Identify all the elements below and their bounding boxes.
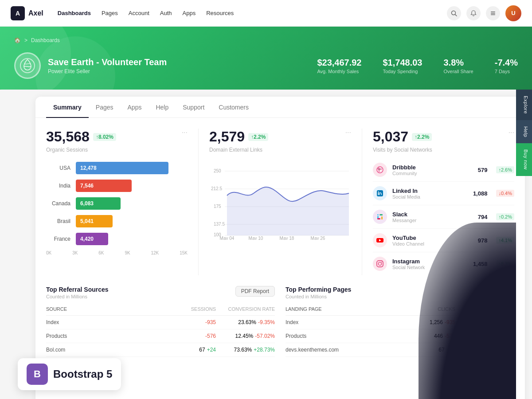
svg-text:137.5: 137.5 [214, 222, 225, 227]
hero-logo-icon [20, 58, 35, 74]
instagram-count: 1,458 [473, 261, 488, 267]
table-row: Products 446 -576 1.45 0.32 [286, 329, 514, 343]
tab-summary[interactable]: Summary [46, 97, 89, 118]
svg-point-35 [381, 262, 382, 262]
bar-axis: 0K 3K 6K 9K 12K 15K [46, 250, 188, 255]
main-card: Summary Pages Apps Help Support Customer… [35, 97, 525, 399]
linkedin-icon [373, 186, 387, 200]
bar-inner-brasil: 5,041 [76, 215, 113, 227]
brand[interactable]: A Axel [11, 6, 43, 20]
explore-button[interactable]: Explore [516, 90, 532, 120]
svg-rect-25 [377, 214, 379, 215]
youtube-icon [373, 233, 387, 247]
menu-icon [490, 10, 496, 16]
bar-outer-france: 4,420 [76, 233, 188, 245]
table-row: Products -576 12.45% -57.02% [46, 329, 275, 343]
bar-country-canada: Canada [46, 200, 70, 207]
bar-country-france: France [46, 236, 70, 242]
nav-links: Dashboards Pages Account Auth Apps Resou… [58, 10, 447, 16]
slack-icon [373, 210, 387, 224]
nav-pages[interactable]: Pages [102, 10, 118, 16]
svg-rect-2 [491, 12, 495, 12]
bar-row-india: India 7,546 [46, 180, 188, 192]
performing-section: Top Performing Pages Counted in Millions… [286, 286, 514, 357]
nav-auth[interactable]: Auth [160, 10, 172, 16]
social-item-dribbble: Dribbble Community 579 ↑2.6% [373, 158, 514, 182]
metric-organic-sessions: 35,568 ↑8.02% ··· Organic Sessions USA [46, 129, 188, 275]
metric-badge-sessions: ↑8.02% [93, 133, 116, 141]
dashboard-body: 35,568 ↑8.02% ··· Organic Sessions USA [35, 118, 525, 368]
navbar: A Axel Dashboards Pages Account Auth App… [0, 0, 532, 27]
bar-row-brasil: Brasil 5,041 [46, 215, 188, 227]
metric-more-links[interactable]: ··· [345, 129, 351, 137]
performing-title: Top Performing Pages [286, 286, 351, 293]
hero-stat-7days: -7.4% 7 Days [495, 58, 518, 74]
help-sidebar-button[interactable]: Help [516, 120, 532, 144]
col-sessions: SESSIONS [160, 306, 216, 312]
referral-table-header: SOURCE SESSIONS CONVERSION RATE [46, 303, 275, 316]
breadcrumb-separator: > [24, 37, 27, 43]
performing-table-header: LANDING PAGE CLICKS AVG. POSITION [286, 303, 514, 316]
search-button[interactable] [447, 6, 461, 20]
bar-country-usa: USA [46, 165, 70, 171]
referral-title: Top Referral Sources [46, 286, 109, 293]
metric-more-sessions[interactable]: ··· [182, 129, 188, 137]
brand-icon: A [11, 6, 25, 20]
chart-area [227, 187, 349, 235]
nav-resources[interactable]: Resources [206, 10, 234, 16]
page-wrapper: A Axel Dashboards Pages Account Auth App… [0, 0, 532, 399]
bottom-tables: Top Referral Sources Counted in Millions… [46, 286, 514, 357]
bar-inner-france: 4,420 [76, 233, 108, 245]
nav-dashboards[interactable]: Dashboards [58, 10, 91, 16]
hero-stat-label: Avg. Monthly Sales [317, 69, 361, 74]
tab-apps[interactable]: Apps [121, 97, 149, 118]
metric-more-social[interactable]: ··· [509, 129, 514, 137]
svg-line-1 [455, 14, 457, 16]
referral-header: Top Referral Sources Counted in Millions [46, 286, 109, 299]
hero-section: 🏠 > Dashboards Save Earth - Volunteer Te… [0, 27, 532, 90]
table-row: Bol.com 67 +24 73.63% +28.73% [46, 343, 275, 357]
svg-point-34 [379, 262, 382, 266]
tab-support[interactable]: Support [176, 97, 211, 118]
slack-info: Slack Messanger [392, 211, 416, 223]
svg-rect-3 [491, 13, 495, 14]
table-row: Index -935 23.63% -9.35% [46, 316, 275, 329]
youtube-count: 978 [478, 237, 488, 244]
svg-rect-30 [377, 218, 380, 219]
social-item-youtube: YouTube Video Channel 978 ↑4.1% [373, 229, 514, 252]
referral-pdf-button[interactable]: PDF Report [235, 286, 275, 297]
bootstrap-icon: B [27, 364, 48, 385]
metric-label-social: Visits by Social Networks [373, 147, 514, 153]
bar-outer-canada: 6,083 [76, 197, 188, 210]
divider-1 [198, 129, 199, 275]
referral-sub: Counted in Millions [46, 294, 109, 299]
notifications-button[interactable] [466, 6, 481, 20]
dribbble-count: 579 [478, 167, 488, 173]
tab-help[interactable]: Help [149, 97, 176, 118]
bar-inner-canada: 6,083 [76, 197, 121, 210]
menu-button[interactable] [486, 6, 500, 20]
nav-right: U [447, 5, 521, 21]
bar-inner-india: 7,546 [76, 180, 132, 192]
bar-row-usa: USA 12,478 [46, 162, 188, 174]
nav-apps[interactable]: Apps [183, 10, 196, 16]
tab-pages[interactable]: Pages [89, 97, 121, 118]
col-conversion: CONVERSION RATE [219, 306, 275, 312]
buy-now-button[interactable]: Buy now [516, 143, 532, 176]
metric-label-sessions: Organic Sessions [46, 147, 188, 153]
svg-point-20 [377, 167, 383, 173]
hero-stat-value-2: $1,748.03 [383, 58, 422, 68]
tab-customers[interactable]: Customers [211, 97, 256, 118]
hero-logo [14, 52, 41, 79]
hero-content: Save Earth - Volunteer Team Power Elite … [14, 52, 518, 79]
svg-text:May 18: May 18 [280, 236, 294, 240]
metric-badge-social: ↑2.2% [412, 133, 432, 141]
content-wrapper: Summary Pages Apps Help Support Customer… [0, 90, 532, 399]
brand-name: Axel [28, 9, 43, 17]
metric-value-social: 5,037 ↑2.2% [373, 129, 432, 145]
breadcrumb-home: 🏠 [14, 37, 21, 43]
user-avatar[interactable]: U [505, 5, 521, 21]
svg-text:212.5: 212.5 [211, 186, 222, 191]
nav-account[interactable]: Account [129, 10, 149, 16]
svg-text:175: 175 [214, 204, 221, 209]
